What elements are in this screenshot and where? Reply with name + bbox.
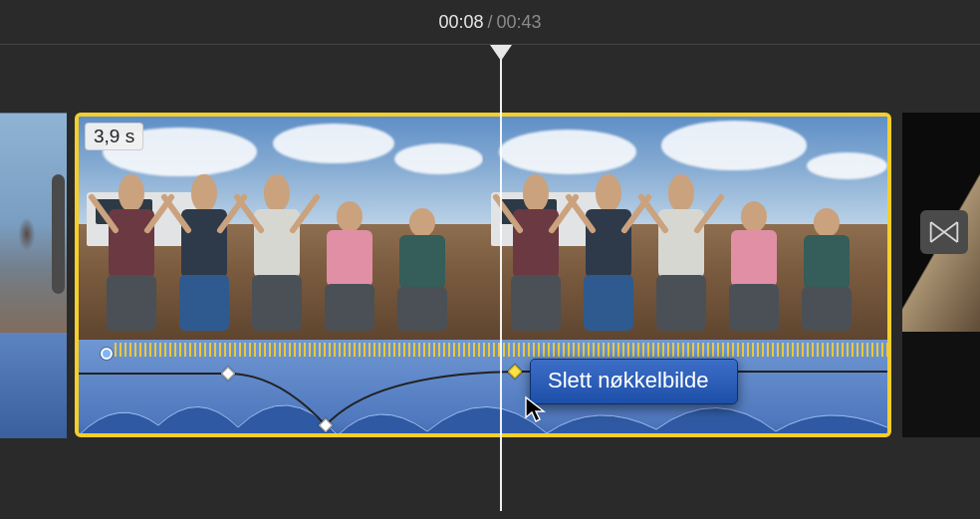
audio-fade-in-handle[interactable] (101, 348, 113, 360)
timecode-separator: / (487, 12, 492, 33)
timecode-total: 00:43 (497, 12, 542, 33)
vertical-scroll-thumb[interactable] (52, 174, 65, 294)
context-menu-item-delete-keyframe[interactable]: Slett nøkkelbilde (534, 363, 734, 400)
selected-clip[interactable]: 3,9 s (75, 113, 891, 437)
adjacent-clip-right[interactable] (902, 113, 980, 437)
timeline[interactable]: 3,9 s (0, 45, 980, 513)
audio-waveform (79, 376, 887, 437)
context-menu: Slett nøkkelbilde (530, 359, 738, 404)
filmstrip-frame (483, 117, 887, 340)
transition-icon[interactable] (920, 210, 968, 254)
audio-peak-ticks (115, 343, 887, 357)
clip-audio-band[interactable] (0, 333, 67, 438)
timecode-display: 00:08 / 00:43 (0, 0, 980, 44)
clip-duration-badge: 3,9 s (85, 123, 143, 150)
clip-filmstrip (79, 117, 887, 340)
clip-audio-band[interactable] (79, 340, 887, 437)
timecode-current: 00:08 (438, 12, 483, 33)
